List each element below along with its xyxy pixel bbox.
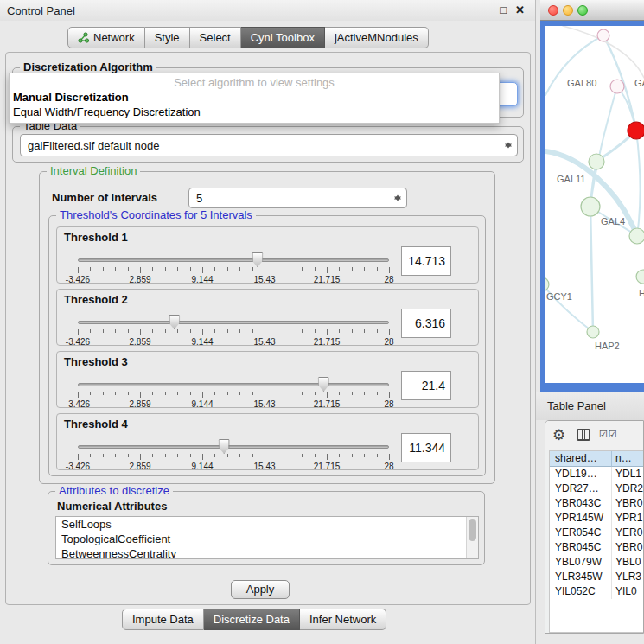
network-node[interactable]: [610, 80, 624, 93]
table-cell[interactable]: YBR043C: [550, 496, 612, 511]
threshold-slider[interactable]: -3.4262.8599.14415.4321.71528: [78, 378, 389, 407]
table-cell[interactable]: YLR3: [612, 570, 643, 584]
scale-label: 15.43: [253, 399, 275, 409]
table-cell[interactable]: YPR1: [612, 511, 643, 526]
table-data-combobox[interactable]: galFiltered.sif default node: [20, 134, 518, 156]
threshold-slider[interactable]: -3.4262.8599.14415.4321.71528: [78, 316, 389, 345]
tab-label: Style: [155, 31, 180, 44]
attributes-list: SelfLoopsTopologicalCoefficientBetweenne…: [55, 516, 479, 559]
tab-jactivemnodules[interactable]: jActiveMNodules: [325, 27, 429, 48]
table-cell[interactable]: YDL1: [612, 467, 643, 481]
scale-label: 9.144: [191, 399, 213, 409]
table-row[interactable]: YBR045CYBR0: [550, 540, 643, 555]
network-canvas: GAL80GAGAL11GAL4GCY1HAP2H: [545, 26, 644, 383]
attribute-item[interactable]: SelfLoops: [56, 517, 478, 532]
slider-thumb[interactable]: [318, 377, 329, 392]
tab-discretize-data[interactable]: Discretize Data: [204, 609, 300, 630]
network-node[interactable]: [636, 270, 644, 284]
slider-track[interactable]: [78, 383, 389, 386]
threshold-value-field[interactable]: 11.344: [401, 433, 451, 462]
table-cell[interactable]: YBL0: [612, 555, 643, 570]
threshold-slider[interactable]: -3.4262.8599.14415.4321.71528: [78, 440, 389, 469]
table-row[interactable]: YDL19…YDL1: [550, 467, 643, 481]
network-node[interactable]: [597, 29, 609, 41]
threshold-value-field[interactable]: 21.4: [401, 371, 451, 400]
network-node[interactable]: [628, 122, 644, 139]
table-cell[interactable]: YDR2: [612, 481, 643, 496]
tab-style[interactable]: Style: [145, 27, 190, 48]
network-node[interactable]: [581, 197, 600, 216]
network-edge[interactable]: [590, 207, 593, 332]
attribute-item[interactable]: BetweennessCentrality: [56, 546, 478, 559]
table-row[interactable]: YIL052CYIL0: [550, 584, 643, 599]
scrollbar-thumb[interactable]: [469, 519, 476, 541]
attribute-item[interactable]: TopologicalCoefficient: [56, 532, 478, 546]
scale-label: 2.859: [129, 337, 150, 347]
zoom-traffic-light[interactable]: [577, 5, 588, 16]
table-cell[interactable]: YER054C: [550, 526, 612, 540]
scale-label: 9.144: [191, 337, 213, 347]
table-row[interactable]: YDR27…YDR2: [550, 481, 643, 496]
table-header-cell[interactable]: shared…: [550, 451, 612, 467]
table-row[interactable]: YLR345WYLR3: [550, 570, 643, 584]
attributes-scrollbar[interactable]: [466, 517, 478, 558]
minimize-traffic-light[interactable]: [563, 5, 573, 16]
table-row[interactable]: YBL079WYBL0: [550, 555, 643, 570]
table-cell[interactable]: YBL079W: [550, 555, 612, 570]
table-cell[interactable]: YIL0: [612, 584, 643, 599]
table-cell[interactable]: YER0: [612, 526, 643, 540]
threshold-box: Threshold 2-3.4262.8599.14415.4321.71528…: [56, 289, 479, 346]
network-node[interactable]: [587, 326, 599, 338]
network-edge[interactable]: [636, 131, 641, 236]
table-cell[interactable]: YBR0: [612, 496, 643, 511]
table-cell[interactable]: YIL052C: [550, 584, 612, 599]
interval-definition-group-title: Interval Definition: [47, 164, 140, 177]
tab-label: Network: [93, 31, 135, 44]
select-columns-icons[interactable]: ☑☑: [599, 429, 618, 440]
number-of-intervals-combobox[interactable]: 5: [188, 188, 407, 208]
table-header-cell[interactable]: n…: [612, 451, 643, 467]
combo-stepper-icon: [394, 192, 402, 205]
slider-ticks: [78, 454, 389, 461]
network-edge[interactable]: [590, 86, 617, 207]
gear-icon[interactable]: ⚙: [552, 426, 565, 444]
control-panel-titlebar: Control Panel □ ✕: [0, 0, 535, 21]
close-traffic-light[interactable]: [548, 5, 558, 16]
algorithm-option[interactable]: Manual Discretization: [10, 90, 499, 105]
close-window-icon[interactable]: ✕: [515, 3, 525, 16]
table-cell[interactable]: YDL19…: [550, 467, 612, 481]
slider-track[interactable]: [78, 445, 389, 449]
network-node[interactable]: [629, 228, 644, 244]
threshold-value-field[interactable]: 14.713: [401, 246, 451, 276]
table-cell[interactable]: YPR145W: [550, 511, 612, 526]
number-of-intervals-label: Number of Intervals: [52, 191, 157, 204]
slider-ticks: [78, 267, 389, 274]
threshold-value-field[interactable]: 6.316: [401, 309, 451, 338]
slider-thumb[interactable]: [169, 315, 180, 329]
table-cell[interactable]: YLR345W: [550, 570, 612, 584]
slider-track[interactable]: [78, 321, 389, 324]
window-title: Control Panel: [7, 4, 75, 17]
tab-cyni-toolbox[interactable]: Cyni Toolbox: [241, 27, 325, 48]
float-window-icon[interactable]: □: [500, 3, 507, 16]
table-row[interactable]: YPR145WYPR1: [550, 511, 643, 526]
table-row[interactable]: YBR043CYBR0: [550, 496, 643, 511]
threshold-slider[interactable]: -3.4262.8599.14415.4321.71528: [78, 253, 389, 283]
table-row[interactable]: YER054CYER0: [550, 526, 643, 540]
slider-thumb[interactable]: [219, 439, 230, 454]
table-cell[interactable]: YBR045C: [550, 540, 612, 555]
tab-select[interactable]: Select: [190, 27, 241, 48]
table-cell[interactable]: YDR27…: [550, 481, 612, 496]
network-node[interactable]: [589, 154, 604, 169]
apply-button[interactable]: Apply: [231, 580, 290, 599]
slider-thumb[interactable]: [252, 252, 263, 267]
slider-track[interactable]: [78, 258, 389, 262]
network-node[interactable]: [545, 277, 549, 291]
table-cell[interactable]: YBR0: [612, 540, 643, 555]
algorithm-option[interactable]: Equal Width/Frequency Discretization: [10, 105, 499, 119]
tab-impute-data[interactable]: Impute Data: [122, 609, 204, 630]
window-buttons: □ ✕: [500, 3, 525, 16]
tab-infer-network[interactable]: Infer Network: [300, 609, 386, 630]
columns-icon[interactable]: [577, 429, 590, 441]
tab-network[interactable]: Network: [67, 27, 145, 48]
